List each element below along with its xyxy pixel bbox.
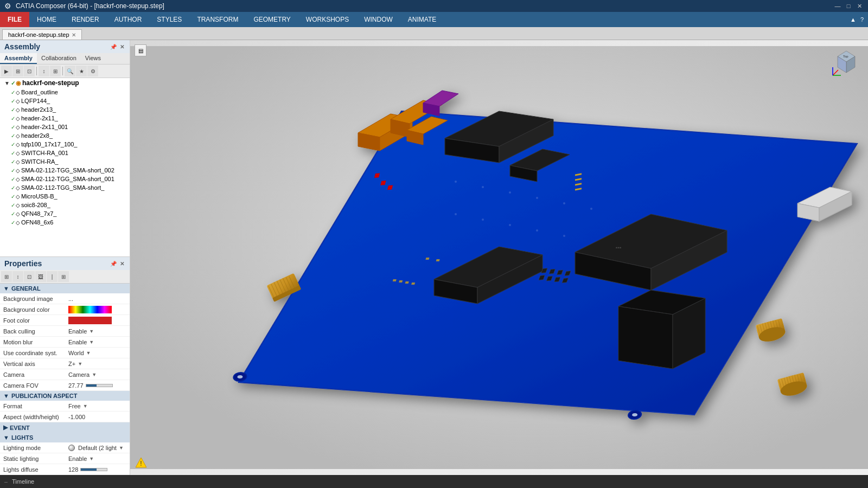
tree-item[interactable]: ✓◇SWITCH-RA_001: [0, 149, 130, 157]
ribbon-tab-window[interactable]: WINDOW: [356, 12, 400, 27]
tree-item[interactable]: ✓◇header2x13_: [0, 105, 130, 114]
ribbon-tab-animate[interactable]: ANIMATE: [400, 12, 444, 27]
camera-value[interactable]: Camera ▼: [68, 371, 126, 378]
bg-color-swatch[interactable]: [68, 306, 112, 313]
prop-toolbar-btn-3[interactable]: ⊡: [24, 271, 35, 282]
foot-color-swatch[interactable]: [68, 317, 112, 324]
vertical-axis-arrow: ▼: [78, 361, 82, 367]
tab-assembly[interactable]: Assembly: [0, 53, 37, 64]
foot-color-value[interactable]: [68, 317, 126, 324]
camera-arrow: ▼: [92, 372, 97, 377]
tree-toolbar-btn-4[interactable]: ↕: [39, 66, 49, 76]
motion-blur-value[interactable]: Enable ▼: [68, 339, 126, 345]
lights-diffuse-label: Lights diffuse: [3, 466, 68, 473]
static-lighting-value[interactable]: Enable ▼: [68, 455, 126, 462]
ribbon-tab-styles[interactable]: STYLES: [149, 12, 189, 27]
tree-item[interactable]: ✓◇SMA-02-112-TGG_SMA-short_: [0, 183, 130, 192]
tree-item[interactable]: ✓◇tqfp100_17x17_100_: [0, 140, 130, 149]
close-button[interactable]: ✕: [855, 2, 864, 10]
aspect-value: -1.000: [68, 414, 126, 420]
prop-toolbar-btn-2[interactable]: ↕: [12, 271, 23, 282]
tree-item[interactable]: ✓◇header-2x11_001: [0, 123, 130, 131]
format-arrow: ▼: [83, 403, 88, 409]
tree-item[interactable]: ✓◇OFN48_6x6: [0, 218, 130, 227]
tree-item[interactable]: ✓◇header-2x11_: [0, 114, 130, 123]
pin-icon[interactable]: 📌: [109, 44, 118, 50]
timeline-label[interactable]: Timeline: [12, 478, 34, 485]
aspect-label: Aspect (width/height): [3, 414, 68, 420]
prop-toolbar-btn-5[interactable]: |: [47, 271, 58, 282]
assembly-close-icon[interactable]: ✕: [119, 44, 125, 50]
vertical-axis-label: Vertical axis: [3, 361, 68, 367]
assembly-title: Assembly: [4, 42, 40, 51]
lights-diffuse-fill: [81, 468, 97, 471]
tree-item[interactable]: ✓◇soic8-208_: [0, 201, 130, 209]
lights-section[interactable]: ▼ LIGHTS: [0, 433, 130, 442]
lights-diffuse-slider[interactable]: [80, 468, 107, 471]
minimize-button[interactable]: —: [833, 2, 842, 10]
tree-toolbar-btn-8[interactable]: ⚙: [87, 66, 98, 76]
doc-tab-close[interactable]: ✕: [72, 32, 76, 38]
tree-item[interactable]: ✓◇SMA-02-112-TGG_SMA-short_001: [0, 175, 130, 183]
tree-item[interactable]: ✓◇MicroUSB-B_: [0, 192, 130, 201]
tree-item[interactable]: ✓◇SWITCH-RA_: [0, 157, 130, 166]
tab-views[interactable]: Views: [81, 53, 105, 64]
tree-item[interactable]: ✓◇QFN48_7x7_: [0, 209, 130, 218]
document-tab[interactable]: hackrf-one-stepup.step ✕: [2, 29, 82, 40]
root-icon: ◉: [16, 80, 21, 87]
publication-section[interactable]: ▼ PUBLICATION ASPECT: [0, 391, 130, 401]
tree-item[interactable]: ✓◇header2x8_: [0, 131, 130, 140]
static-lighting-row: Static lighting Enable ▼: [0, 453, 130, 464]
tree-item[interactable]: ✓◇LQFP144_: [0, 97, 130, 105]
app-icon: ⚙: [4, 2, 11, 10]
viewport[interactable]: ▪▪▪: [130, 40, 868, 475]
svg-rect-96: [405, 281, 409, 284]
coord-sys-value[interactable]: World ▼: [68, 350, 126, 356]
ribbon-tab-home[interactable]: HOME: [29, 12, 64, 27]
properties-pin-icon[interactable]: 📌: [109, 261, 118, 267]
general-section[interactable]: ▼ GENERAL: [0, 284, 130, 293]
event-section[interactable]: ▶ EVENT: [0, 422, 130, 433]
tree-toolbar-btn-1[interactable]: ▶: [1, 66, 12, 76]
ribbon-collapse[interactable]: ▲: [850, 16, 860, 23]
ribbon-help[interactable]: ?: [860, 16, 868, 23]
ribbon-tab-workshops[interactable]: WORKSHOPS: [298, 12, 356, 27]
camera-fov-fill: [86, 384, 97, 387]
maximize-button[interactable]: □: [844, 2, 853, 10]
camera-row: Camera Camera ▼: [0, 369, 130, 380]
bg-color-value[interactable]: [68, 306, 126, 313]
file-menu-button[interactable]: FILE: [0, 12, 29, 27]
tree-item[interactable]: ✓◇SMA-02-112-TGG_SMA-short_002: [0, 166, 130, 175]
tree-toolbar-btn-3[interactable]: ⊡: [24, 66, 35, 76]
svg-point-13: [563, 235, 565, 237]
nav-cube[interactable]: Top: [830, 46, 863, 78]
properties-close-icon[interactable]: ✕: [119, 261, 125, 267]
assembly-tree[interactable]: ▼ ✓ ◉ hackrf-one-stepup ✓◇Board_outline✓…: [0, 78, 130, 256]
prop-toolbar-btn-6[interactable]: ⊞: [58, 271, 69, 282]
camera-fov-slider[interactable]: [86, 384, 113, 387]
tree-items-container: ✓◇Board_outline✓◇LQFP144_✓◇header2x13_✓◇…: [0, 88, 130, 227]
svg-point-7: [563, 202, 565, 204]
svg-point-8: [590, 208, 592, 210]
ribbon-tab-transform[interactable]: TRANSFORM: [189, 12, 246, 27]
ribbon-tab-geometry[interactable]: GEOMETRY: [246, 12, 298, 27]
tree-toolbar-btn-6[interactable]: 🔍: [65, 66, 75, 76]
tree-toolbar-btn-7[interactable]: ★: [76, 66, 87, 76]
back-culling-value[interactable]: Enable ▼: [68, 328, 126, 335]
prop-toolbar-btn-1[interactable]: ⊞: [1, 271, 12, 282]
vertical-axis-value[interactable]: Z+ ▼: [68, 361, 126, 367]
ribbon-tab-render[interactable]: RENDER: [64, 12, 107, 27]
tab-collaboration[interactable]: Collaboration: [37, 53, 81, 64]
format-label: Format: [3, 403, 68, 409]
tree-toolbar-btn-5[interactable]: ⊞: [50, 66, 61, 76]
prop-toolbar-btn-4[interactable]: 🖼: [35, 271, 46, 282]
camera-fov-label: Camera FOV: [3, 382, 68, 389]
tree-root[interactable]: ▼ ✓ ◉ hackrf-one-stepup: [0, 78, 130, 88]
ribbon-tab-author[interactable]: AUTHOR: [107, 12, 150, 27]
tree-item[interactable]: ✓◇Board_outline: [0, 88, 130, 97]
lighting-mode-value[interactable]: Default (2 light ▼: [68, 445, 126, 451]
tree-toolbar-btn-2[interactable]: ⊞: [12, 66, 23, 76]
format-value[interactable]: Free ▼: [68, 403, 126, 409]
bg-image-value[interactable]: ...: [68, 296, 126, 302]
vp-btn-filter[interactable]: ▤: [135, 44, 146, 56]
